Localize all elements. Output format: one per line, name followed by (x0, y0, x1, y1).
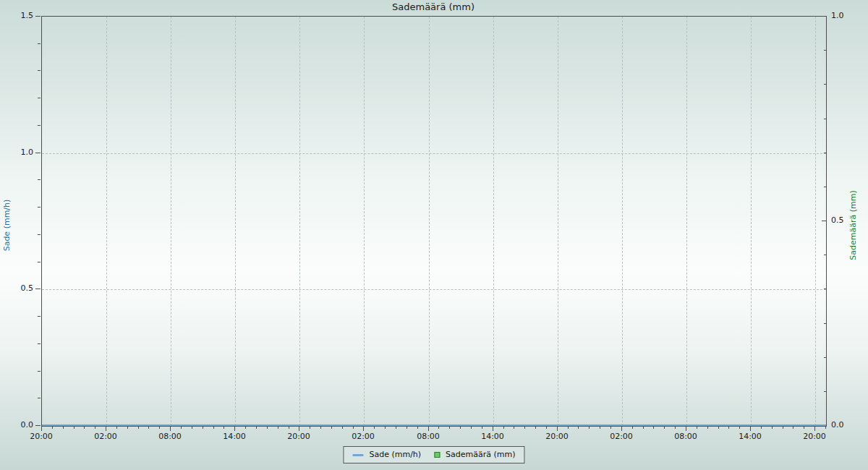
x-minor-tick (159, 426, 160, 429)
x-tick-label: 02:00 (600, 432, 643, 441)
x-minor-tick (697, 426, 697, 429)
x-tick-label: 20:00 (793, 432, 836, 441)
y-right-major-tick (822, 16, 827, 17)
x-tick-label: 02:00 (84, 432, 127, 441)
y-left-minor-tick (38, 70, 41, 71)
y-left-minor-tick (38, 371, 41, 372)
chart-title: Sademäärä (mm) (41, 1, 825, 12)
x-minor-tick (127, 426, 128, 429)
y-gridline (42, 289, 826, 290)
x-tick-label: 02:00 (341, 432, 385, 441)
x-major-tick (621, 426, 622, 431)
y-right-minor-tick (824, 391, 827, 392)
y-gridline (42, 153, 826, 154)
y-right-tick-label: 1.0 (831, 11, 860, 20)
x-minor-tick (289, 426, 289, 429)
y-right-minor-tick (824, 289, 827, 289)
y-right-tick-label: 0.5 (831, 215, 860, 225)
x-minor-tick (138, 426, 139, 429)
x-minor-tick (739, 426, 740, 429)
x-minor-tick (52, 426, 53, 429)
sademaara-square-swatch (434, 452, 440, 458)
y-left-minor-tick (38, 43, 41, 44)
x-gridline (364, 17, 365, 426)
legend-label-sade: Sade (mm/h) (369, 450, 421, 460)
x-gridline (235, 17, 236, 426)
x-major-tick (170, 426, 171, 431)
legend-label-sademaara: Sademäärä (mm) (446, 450, 515, 460)
y-left-tick-label: 1.0 (0, 148, 33, 157)
x-minor-tick (342, 426, 343, 429)
x-minor-tick (116, 426, 117, 429)
plot-area (41, 16, 827, 427)
x-tick-label: 20:00 (535, 432, 579, 441)
y-left-minor-tick (38, 343, 41, 344)
x-minor-tick (600, 426, 600, 429)
x-gridline (106, 17, 107, 426)
x-minor-tick (63, 426, 64, 429)
right-axis-title: Sademäärä (mm) (848, 190, 858, 260)
y-left-minor-tick (38, 234, 41, 235)
x-major-tick (363, 426, 364, 431)
x-minor-tick (310, 426, 310, 429)
x-tick-label: 14:00 (728, 432, 772, 441)
x-minor-tick (213, 426, 214, 429)
y-left-minor-tick (38, 262, 41, 262)
y-right-minor-tick (824, 187, 827, 187)
x-tick-label: 14:00 (213, 432, 256, 441)
y-right-tick-label: 0.0 (831, 420, 860, 430)
left-axis-title: Sade (mm/h) (2, 200, 12, 252)
x-minor-tick (471, 426, 472, 429)
x-major-tick (686, 426, 686, 431)
y-left-minor-tick (38, 207, 41, 208)
y-left-minor-tick (38, 125, 41, 126)
y-left-major-tick (35, 425, 41, 426)
x-gridline (815, 17, 816, 426)
x-minor-tick (374, 426, 375, 429)
chart-canvas: Sademäärä (mm) Sade (mm/h) Sademäärä (mm… (0, 0, 868, 470)
x-tick-label: 20:00 (20, 432, 63, 441)
x-minor-tick (267, 426, 268, 429)
x-minor-tick (245, 426, 246, 429)
x-minor-tick (256, 426, 257, 429)
x-major-tick (428, 426, 429, 431)
sade-line-swatch (352, 454, 363, 456)
x-major-tick (41, 426, 42, 431)
x-minor-tick (203, 426, 203, 429)
x-gridline (493, 17, 494, 426)
y-left-minor-tick (38, 316, 41, 317)
x-major-tick (814, 426, 815, 431)
x-minor-tick (224, 426, 224, 429)
x-minor-tick (804, 426, 804, 429)
y-left-minor-tick (38, 398, 41, 398)
x-minor-tick (728, 426, 729, 429)
x-minor-tick (181, 426, 182, 429)
x-minor-tick (320, 426, 321, 429)
x-minor-tick (632, 426, 633, 429)
x-gridline (751, 17, 752, 426)
y-right-minor-tick (824, 153, 827, 153)
x-minor-tick (503, 426, 504, 429)
x-minor-tick (331, 426, 332, 429)
x-minor-tick (449, 426, 450, 429)
x-minor-tick (707, 426, 708, 429)
x-minor-tick (578, 426, 579, 429)
y-left-minor-tick (38, 98, 41, 98)
x-minor-tick (460, 426, 461, 429)
x-minor-tick (783, 426, 783, 429)
x-minor-tick (718, 426, 719, 429)
x-minor-tick (675, 426, 676, 429)
y-right-minor-tick (824, 323, 827, 324)
x-minor-tick (192, 426, 192, 429)
x-major-tick (106, 426, 106, 431)
y-left-tick-label: 0.0 (0, 420, 33, 430)
x-gridline (622, 17, 623, 426)
x-minor-tick (761, 426, 762, 429)
x-tick-label: 08:00 (664, 432, 707, 441)
x-minor-tick (84, 426, 85, 429)
y-left-tick-label: 0.5 (0, 283, 33, 293)
x-major-tick (234, 426, 235, 431)
x-tick-label: 20:00 (277, 432, 320, 441)
x-gridline (429, 17, 430, 426)
x-minor-tick (417, 426, 418, 429)
